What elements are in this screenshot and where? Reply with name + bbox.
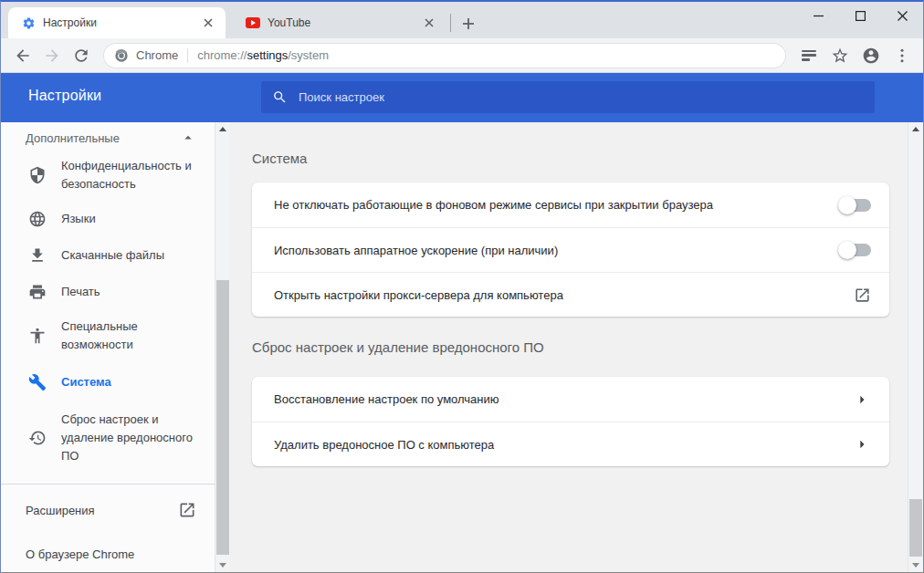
maximize-button[interactable] xyxy=(839,0,881,31)
settings-search-input[interactable] xyxy=(299,90,864,104)
tab-settings[interactable]: Настройки xyxy=(8,7,226,38)
chevron-up-icon xyxy=(180,130,196,146)
sidebar-item-about[interactable]: О браузере Chrome xyxy=(1,536,215,572)
settings-header: Настройки xyxy=(1,73,923,122)
sidebar-item-label: Печать xyxy=(61,283,100,301)
external-link-icon xyxy=(854,286,871,304)
sidebar-item-label: Языки xyxy=(61,210,96,228)
browser-window: Настройки YouTube xyxy=(0,0,924,573)
menu-dots-icon[interactable] xyxy=(889,43,915,68)
setting-row-hardware-acceleration[interactable]: Использовать аппаратное ускорение (при н… xyxy=(252,227,889,272)
system-settings-card: Не отключать работающие в фоновом режиме… xyxy=(252,182,889,317)
window-controls xyxy=(797,0,923,31)
globe-icon xyxy=(28,210,47,228)
toggle-off[interactable] xyxy=(839,244,871,256)
sidebar-item-extensions[interactable]: Расширения xyxy=(1,484,215,536)
sidebar-scrollbar[interactable] xyxy=(215,122,230,572)
settings-search-box[interactable] xyxy=(261,81,875,113)
sidebar-item-privacy[interactable]: Конфиденциальность и безопасность xyxy=(1,150,215,201)
sidebar-advanced-toggle[interactable]: Дополнительные xyxy=(1,122,215,150)
profile-avatar-icon[interactable] xyxy=(858,43,884,68)
toggle-off[interactable] xyxy=(839,199,871,212)
setting-row-proxy[interactable]: Открыть настройки прокси-сервера для ком… xyxy=(252,272,889,317)
setting-label: Удалить вредоносное ПО с компьютера xyxy=(274,438,494,452)
search-icon xyxy=(272,89,288,105)
tab-title: Настройки xyxy=(43,16,200,29)
subpage-arrow-icon xyxy=(853,435,871,453)
setting-label: Восстановление настроек по умолчанию xyxy=(274,392,499,406)
setting-row-cleanup[interactable]: Удалить вредоносное ПО с компьютера xyxy=(252,422,889,466)
scroll-up-icon[interactable] xyxy=(215,122,230,136)
notes-lines-icon[interactable] xyxy=(796,43,822,68)
sidebar-item-languages[interactable]: Языки xyxy=(1,201,215,237)
section-title-reset: Сброс настроек и удаление вредоносного П… xyxy=(252,335,889,360)
external-link-icon xyxy=(178,501,196,519)
tab-youtube[interactable]: YouTube xyxy=(231,7,446,38)
sidebar-item-label: Скачанные файлы xyxy=(61,246,164,265)
download-icon xyxy=(28,246,47,265)
setting-row-background-mode[interactable]: Не отключать работающие в фоновом режиме… xyxy=(252,182,889,227)
page-title: Настройки xyxy=(28,88,101,104)
tab-separator xyxy=(450,14,451,32)
toolbar-right-icons xyxy=(793,43,918,68)
sidebar-item-system[interactable]: Система xyxy=(1,361,215,403)
subpage-arrow-icon xyxy=(853,391,871,409)
setting-row-restore-defaults[interactable]: Восстановление настроек по умолчанию xyxy=(252,377,889,422)
scroll-up-icon[interactable] xyxy=(908,122,923,136)
scrollbar-thumb[interactable] xyxy=(909,499,922,557)
tab-strip: Настройки YouTube xyxy=(1,2,923,38)
sidebar-item-printing[interactable]: Печать xyxy=(1,274,215,310)
forward-button[interactable] xyxy=(39,43,65,68)
back-button[interactable] xyxy=(10,43,36,68)
bookmark-star-icon[interactable] xyxy=(827,43,853,68)
site-label: Chrome xyxy=(136,48,178,62)
address-bar[interactable]: Chrome chrome://settings/system xyxy=(103,43,786,68)
scroll-down-icon[interactable] xyxy=(908,558,923,572)
chrome-logo-icon xyxy=(114,48,129,63)
advanced-label: Дополнительные xyxy=(26,131,120,145)
setting-label: Открыть настройки прокси-сервера для ком… xyxy=(274,288,563,302)
printer-icon xyxy=(28,283,47,301)
shield-icon xyxy=(28,166,47,184)
minimize-button[interactable] xyxy=(797,0,839,31)
sidebar-item-label: О браузере Chrome xyxy=(26,547,134,561)
sidebar-item-accessibility[interactable]: Специальные возможности xyxy=(1,310,215,361)
setting-label: Не отключать работающие в фоновом режиме… xyxy=(274,198,713,212)
reload-button[interactable] xyxy=(68,43,94,68)
youtube-icon xyxy=(246,16,260,30)
settings-content: Система Не отключать работающие в фоново… xyxy=(230,122,908,572)
settings-sidebar: Дополнительные Конфиденциальность и безо… xyxy=(1,122,215,572)
sidebar-item-label: Конфиденциальность и безопасность xyxy=(61,157,200,193)
sidebar-item-label: Расширения xyxy=(26,504,95,517)
reset-settings-card: Восстановление настроек по умолчанию Уда… xyxy=(252,377,889,466)
tab-close-icon[interactable] xyxy=(421,15,437,31)
sidebar-item-label: Специальные возможности xyxy=(61,318,200,354)
close-button[interactable] xyxy=(881,0,923,31)
sidebar-item-reset[interactable]: Сброс настроек и удаление вредоносного П… xyxy=(1,403,215,473)
section-title-system: Система xyxy=(252,146,889,172)
settings-gear-icon xyxy=(21,16,36,30)
accessibility-person-icon xyxy=(28,327,47,345)
history-restore-icon xyxy=(28,429,47,447)
wrench-icon xyxy=(28,373,47,391)
tab-title: YouTube xyxy=(268,16,421,29)
sidebar-item-label: Система xyxy=(61,373,111,391)
new-tab-button[interactable] xyxy=(457,13,479,35)
sidebar-item-label: Сброс настроек и удаление вредоносного П… xyxy=(61,411,200,465)
tab-close-icon[interactable] xyxy=(200,15,216,31)
scroll-down-icon[interactable] xyxy=(215,558,230,572)
page-scrollbar[interactable] xyxy=(908,122,923,572)
url-text: chrome://settings/system xyxy=(197,48,329,62)
scrollbar-thumb[interactable] xyxy=(216,280,229,555)
sidebar-item-downloads[interactable]: Скачанные файлы xyxy=(1,237,215,274)
setting-label: Использовать аппаратное ускорение (при н… xyxy=(274,244,558,257)
omnibox-divider xyxy=(187,48,188,63)
browser-toolbar: Chrome chrome://settings/system xyxy=(1,38,923,73)
